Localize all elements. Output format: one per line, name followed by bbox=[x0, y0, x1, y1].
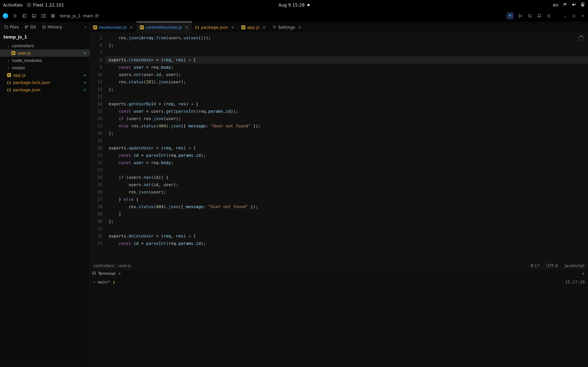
code-line[interactable]: }; bbox=[105, 42, 588, 49]
code-line[interactable]: } bbox=[105, 210, 588, 218]
editor-tab[interactable]: Settings× bbox=[269, 22, 305, 33]
tab-close-button[interactable]: × bbox=[130, 25, 133, 30]
terminal-tab-close-button[interactable]: × bbox=[118, 271, 121, 276]
code-line[interactable]: if (users.has(id)) { bbox=[105, 174, 588, 181]
activities-button[interactable]: Activities bbox=[3, 3, 23, 8]
apps-grid-icon[interactable] bbox=[50, 13, 56, 19]
js-file-icon: JS bbox=[93, 25, 97, 29]
project-name[interactable]: temp_js_1 bbox=[60, 13, 80, 18]
code-line[interactable]: else res.status(404).json({ message: "Us… bbox=[105, 122, 588, 130]
search-icon[interactable] bbox=[527, 13, 533, 19]
panel-left-icon[interactable] bbox=[22, 13, 27, 19]
code-line[interactable] bbox=[105, 225, 588, 233]
tab-close-button[interactable]: × bbox=[262, 25, 266, 30]
panel-bottom-icon[interactable] bbox=[31, 13, 37, 19]
terminal-tab-label[interactable]: Terminal bbox=[98, 271, 115, 276]
code-line[interactable] bbox=[105, 93, 588, 100]
code-line[interactable]: exports.updateUser = (req, res) ⇒ { bbox=[105, 144, 588, 152]
run-icon[interactable] bbox=[518, 13, 523, 19]
prompt-branch: main* bbox=[98, 280, 110, 284]
tree-folder[interactable]: routes bbox=[0, 64, 90, 71]
ai-assistant-button[interactable] bbox=[507, 12, 514, 19]
js-file-icon: JS bbox=[241, 25, 245, 29]
tree-item-label: node_modules bbox=[12, 58, 42, 63]
code-line[interactable]: res.status(201).json(user); bbox=[105, 78, 588, 86]
code-line[interactable]: const user = users.get(parseInt(req.para… bbox=[105, 108, 588, 115]
cursor-position[interactable]: 8:17 bbox=[531, 263, 539, 268]
code-line[interactable]: const id = parseInt(req.params.id); bbox=[105, 152, 588, 159]
svg-point-38 bbox=[25, 27, 26, 28]
code-line[interactable]: exports.createUser = (req, res) ⇒ { bbox=[105, 56, 588, 64]
window-minimize-button[interactable] bbox=[562, 13, 568, 18]
os-lang[interactable]: en bbox=[553, 3, 558, 8]
fleet-logo-icon[interactable] bbox=[3, 13, 8, 19]
window-close-button[interactable] bbox=[580, 13, 585, 18]
gear-icon[interactable] bbox=[546, 13, 552, 19]
code-line[interactable]: exports.deleteUser = (req, res) ⇒ { bbox=[105, 233, 588, 240]
status-bar: controllers / user.js 8:17 UTF-8 JavaScr… bbox=[90, 262, 588, 269]
tab-close-button[interactable]: × bbox=[185, 25, 188, 30]
tree-folder[interactable]: controllers bbox=[0, 42, 90, 49]
line-number: 32 bbox=[90, 233, 102, 240]
window-maximize-button[interactable] bbox=[571, 13, 576, 18]
branch-icon[interactable]: main bbox=[85, 13, 90, 19]
wifi-icon[interactable] bbox=[562, 2, 567, 8]
code-line[interactable] bbox=[105, 137, 588, 144]
terminal-body[interactable]: ~ main* ❯ 15:27:26 bbox=[90, 278, 588, 367]
terminal-add-tab-button[interactable]: ＋ bbox=[581, 270, 586, 277]
code-line[interactable]: users.set(user.id, user); bbox=[105, 71, 588, 78]
breadcrumb-file[interactable]: user.js bbox=[119, 263, 131, 268]
sidebar-tab-history[interactable]: History bbox=[40, 23, 64, 31]
language-label[interactable]: JavaScript bbox=[565, 263, 585, 268]
code-line[interactable]: if (user) res.json(user); bbox=[105, 115, 588, 122]
code-line[interactable]: users.set(id, user); bbox=[105, 181, 588, 188]
sidebar-tab-git[interactable]: Git bbox=[23, 23, 38, 31]
tab-close-button[interactable]: × bbox=[231, 25, 234, 30]
editor-tab[interactable]: {}package.json× bbox=[192, 22, 238, 33]
code-line[interactable]: const id = parseInt(req.params.id); bbox=[105, 240, 588, 247]
editor-tab[interactable]: JSapp.js× bbox=[238, 22, 269, 33]
editor-tab[interactable]: JScontrollers/user.js× bbox=[137, 22, 192, 33]
os-clock[interactable]: Aug 9 15:28 bbox=[278, 3, 305, 8]
tab-close-button[interactable]: × bbox=[298, 25, 301, 30]
line-number: 31 bbox=[90, 225, 102, 233]
tree-file[interactable]: JSapp.js+ bbox=[0, 71, 90, 79]
code-line[interactable]: }; bbox=[105, 130, 588, 137]
main-area: Files Git History ＋ temp_js_1 controller… bbox=[0, 22, 588, 367]
breadcrumb-dir[interactable]: controllers bbox=[93, 263, 114, 268]
code-line[interactable] bbox=[105, 166, 588, 174]
tree-file[interactable]: {}package.json+ bbox=[0, 86, 90, 93]
code-editor[interactable]: 5678910111213141516171819202122232425262… bbox=[90, 33, 588, 262]
battery-icon[interactable] bbox=[580, 2, 585, 8]
volume-icon[interactable] bbox=[571, 2, 576, 8]
code-line[interactable]: }; bbox=[105, 218, 588, 225]
add-collaborator-icon[interactable] bbox=[94, 13, 100, 19]
code-line[interactable]: } else { bbox=[105, 196, 588, 203]
encoding-label[interactable]: UTF-8 bbox=[546, 263, 558, 268]
code-line[interactable]: }; bbox=[105, 86, 588, 93]
project-root-label[interactable]: temp_js_1 bbox=[0, 33, 90, 42]
editor-tab[interactable]: JSroutes/user.js× bbox=[90, 22, 137, 33]
vcs-added-icon: + bbox=[83, 80, 87, 85]
code-line[interactable] bbox=[105, 49, 588, 56]
code-content[interactable]: res.json(Array.from(users.values()));};e… bbox=[105, 33, 588, 262]
tree-file[interactable]: JSuser.js+ bbox=[0, 49, 90, 57]
bell-icon[interactable] bbox=[536, 13, 542, 19]
code-line[interactable]: res.status(404).json({ message: "User no… bbox=[105, 203, 588, 210]
tree-file[interactable]: {}package-lock.json+ bbox=[0, 79, 90, 86]
panel-right-icon[interactable] bbox=[41, 13, 46, 19]
code-line[interactable]: res.json(Array.from(users.values())); bbox=[105, 34, 588, 42]
gear-icon bbox=[273, 25, 276, 30]
sidebar-add-tab-button[interactable]: ＋ bbox=[83, 24, 87, 30]
tree-folder[interactable]: node_modules bbox=[0, 57, 90, 64]
code-line[interactable]: exports.getUserById = (req, res) ⇒ { bbox=[105, 100, 588, 108]
code-line[interactable]: const user = req.body; bbox=[105, 159, 588, 166]
line-number: 30 bbox=[90, 218, 102, 225]
sidebar-tab-files[interactable]: Files bbox=[2, 23, 21, 31]
code-line[interactable]: const user = req.body; bbox=[105, 64, 588, 71]
code-line[interactable]: res.json(user); bbox=[105, 188, 588, 196]
line-number: 26 bbox=[90, 188, 102, 196]
app-indicator[interactable]: Fleet 1.22.101 bbox=[27, 3, 64, 8]
hamburger-icon[interactable] bbox=[12, 13, 18, 19]
line-number: 21 bbox=[90, 152, 102, 159]
